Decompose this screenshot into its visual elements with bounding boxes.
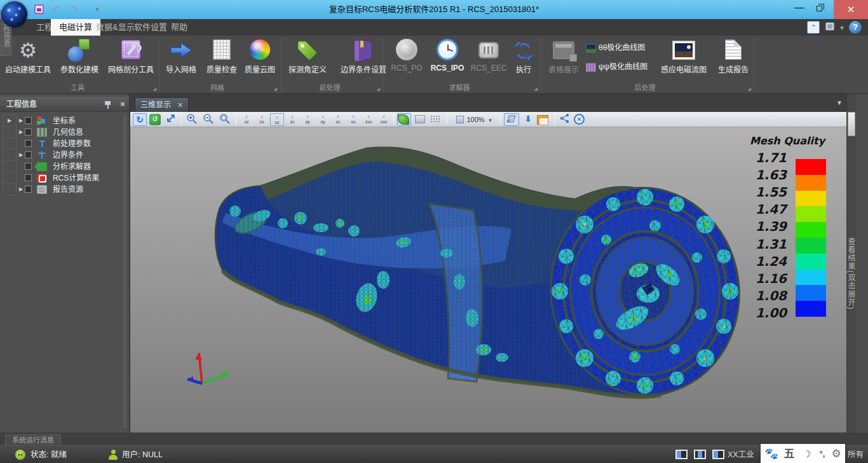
psi-polarization-curve-button[interactable]: ψψ极化曲线图: [586, 60, 648, 74]
probe-angle-button[interactable]: 探测角定义: [283, 37, 332, 81]
zoom-window-icon[interactable]: [218, 113, 232, 126]
checkbox[interactable]: [25, 128, 32, 135]
view-iso4-icon[interactable]: zzxv: [377, 113, 391, 126]
pan-zoom-icon[interactable]: [165, 113, 177, 126]
rcs-ipo-button[interactable]: RCS_IPO: [427, 37, 468, 81]
execute-button[interactable]: 执行: [510, 37, 538, 81]
checkbox[interactable]: [25, 140, 32, 147]
drop-down-arrow-icon[interactable]: ⬇: [522, 113, 534, 126]
view-iso2-icon[interactable]: vvx: [346, 113, 360, 126]
zoom-level-dropdown[interactable]: 100%▼: [452, 113, 498, 126]
panel-scrollbar[interactable]: [122, 114, 128, 429]
report-resource-icon: [37, 185, 47, 194]
pin-icon[interactable]: [104, 100, 112, 109]
theta-polarization-curve-button[interactable]: θθ极化曲线图: [586, 41, 645, 55]
status-bar: 状态: 就绪 用户: NULL XX工业 所有 🐾 五 ☽ °, ⚙: [0, 445, 868, 463]
ime-logo-paw-icon[interactable]: 🐾: [763, 444, 780, 463]
group-expand-icon[interactable]: ◢: [534, 86, 538, 92]
checkbox[interactable]: [25, 174, 32, 181]
quality-cloud-button[interactable]: 质量云图: [240, 37, 280, 81]
expand-icon[interactable]: ▶: [17, 149, 25, 161]
panel-close-icon[interactable]: ×: [117, 97, 128, 112]
induced-current-map-button[interactable]: 感应电磁流图: [654, 37, 713, 81]
generate-report-button[interactable]: 生成报告: [714, 37, 752, 81]
gray-sphere-icon: [396, 39, 417, 60]
view-top-icon[interactable]: xzy: [301, 113, 315, 126]
rotate-view-icon[interactable]: ↻: [133, 113, 147, 126]
layout-right-panel-icon[interactable]: [712, 450, 724, 459]
save-icon[interactable]: [32, 3, 46, 17]
parametric-modeling-button[interactable]: 参数化建模: [55, 37, 104, 81]
help-icon[interactable]: ?: [849, 21, 862, 34]
view-back-icon[interactable]: yzx: [255, 113, 269, 126]
import-arrow-icon: [170, 42, 193, 59]
collapsed-result-panel[interactable]: 查看结果(双击展开): [846, 94, 856, 432]
quick-access-dropdown-icon[interactable]: ▼: [90, 3, 104, 17]
expand-icon[interactable]: ▶: [17, 127, 25, 138]
meshing-tool-button[interactable]: 网格剖分工具: [105, 37, 157, 81]
checkbox[interactable]: [25, 151, 32, 158]
view-iso1-icon[interactable]: zzv: [331, 113, 345, 126]
shaded-view-icon[interactable]: [397, 113, 411, 126]
group-expand-icon[interactable]: ◢: [748, 86, 751, 92]
scrollbar-thumb[interactable]: [848, 112, 855, 136]
gutter-expander-icon[interactable]: ▶: [3, 115, 16, 127]
checkbox[interactable]: [25, 186, 32, 193]
refresh-icon: [513, 41, 534, 61]
cancel-circle-icon[interactable]: ✕: [574, 113, 587, 126]
view-front-icon[interactable]: yxz: [240, 113, 254, 126]
tree-item-boundary-conditions[interactable]: ▶ 边界条件: [17, 149, 83, 160]
wireframe-view-icon[interactable]: [415, 113, 428, 126]
ime-settings-gear-icon[interactable]: ⚙: [828, 444, 844, 463]
view-iso3-icon[interactable]: zzvx: [362, 113, 376, 126]
device-dropdown-icon[interactable]: ▼: [839, 21, 845, 34]
tab-close-icon[interactable]: ✕: [177, 101, 183, 109]
ime-halfwidth-moon-icon[interactable]: ☽: [799, 444, 815, 463]
tree-item-preprocess-params[interactable]: T 前处理参数: [17, 137, 91, 149]
legend-values: 1.711.63 1.551.47 1.391.31 1.241.16 1.08…: [750, 151, 787, 319]
system-message-tab[interactable]: 系统运行消息: [5, 434, 61, 445]
group-expand-icon[interactable]: ◢: [153, 86, 156, 92]
quality-check-button[interactable]: 质量检查: [202, 37, 241, 81]
tree-item-coordinate-system[interactable]: ▶ 坐标系: [17, 114, 76, 126]
zoom-in-icon[interactable]: [185, 113, 199, 126]
layers-folder-icon[interactable]: [537, 113, 551, 126]
points-view-icon[interactable]: [430, 113, 443, 126]
expand-icon[interactable]: ▶: [17, 115, 25, 127]
layout-center-panel-icon[interactable]: [694, 450, 706, 459]
zoom-out-icon[interactable]: [201, 113, 215, 126]
tree-item-rcs-results[interactable]: RCS计算结果: [17, 172, 99, 183]
section-tool-icon[interactable]: [504, 113, 519, 126]
view-left-icon[interactable]: yxz: [270, 113, 284, 126]
tab-help[interactable]: 帮助: [163, 19, 196, 36]
view-results-collapsed-tab[interactable]: 查看结果(双击展开): [847, 237, 857, 310]
redo-icon[interactable]: ↷: [67, 3, 81, 17]
view-right-icon[interactable]: yzx: [285, 113, 299, 126]
group-expand-icon[interactable]: ◢: [377, 86, 380, 92]
share-link-icon[interactable]: [559, 113, 571, 126]
minimize-button[interactable]: —: [790, 0, 809, 19]
checkbox[interactable]: [25, 163, 32, 170]
tab-3d-display[interactable]: 三维显示✕: [135, 97, 189, 112]
layout-left-panel-icon[interactable]: [675, 450, 688, 459]
viewport-canvas[interactable]: Mesh Quality 1.711.63 1.551.47 1.391.31 …: [130, 127, 846, 432]
device-icon[interactable]: [825, 21, 837, 34]
ime-toolbar[interactable]: 🐾 五 ☽ °, ⚙: [761, 444, 845, 463]
orbit-icon[interactable]: ↺: [149, 113, 162, 126]
undo-icon[interactable]: ↶: [50, 3, 64, 17]
collapse-ribbon-icon[interactable]: ⌃: [807, 21, 820, 34]
tree-item-analysis-solver[interactable]: 分析求解器: [17, 160, 91, 172]
restore-button[interactable]: [811, 0, 830, 19]
group-expand-icon[interactable]: ◢: [274, 86, 277, 92]
import-mesh-button[interactable]: 导入网格: [161, 37, 201, 81]
checkbox[interactable]: [25, 117, 32, 124]
expand-icon[interactable]: ▶: [17, 184, 25, 195]
ime-mode-icon[interactable]: 五: [781, 444, 797, 463]
close-button[interactable]: ✕: [834, 0, 868, 19]
table-display-button: 表格展示: [544, 37, 583, 81]
tree-item-report-resources[interactable]: ▶ 报告资源: [17, 183, 83, 195]
ime-punctuation-icon[interactable]: °,: [815, 444, 829, 463]
tree-item-geometry-info[interactable]: ▶ 几何信息: [17, 126, 83, 137]
view-bottom-icon[interactable]: xxy: [316, 113, 330, 126]
tab-list-dropdown-icon[interactable]: ▼: [836, 99, 843, 106]
